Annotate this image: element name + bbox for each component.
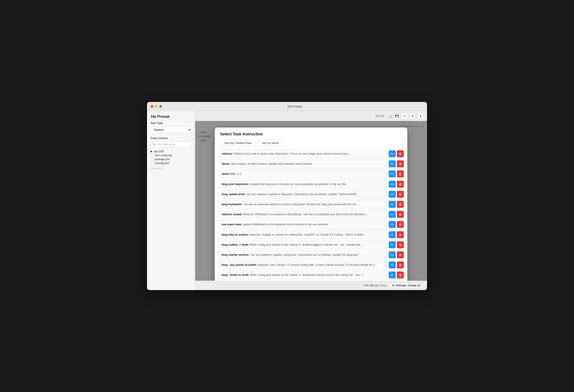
delete-button-4[interactable]: 🗑 [397,191,404,198]
main-content: v0.0.81 🌙 💾 📁 ✕ 💡 2 / 200,000 tokens ⚙ .… [195,111,427,290]
task-item-0: refactor: Refactor the code to avoid cod… [218,149,404,158]
delete-button-3[interactable]: 🗑 [397,181,404,188]
task-text-blogidea[interactable]: blog idea to outline: keyword: chatgpt v… [218,230,387,239]
task-text-blogrewrite[interactable]: blog rewrite section: You are tasked to … [218,250,387,259]
bottom-bar: Task difficulty: Easy ⚙ Anthropic: Claud… [195,281,427,290]
delete-button-0[interactable]: 🗑 [397,150,404,157]
task-instruction-modal: Select Task Instruction Sory by Created … [215,127,407,281]
task-item-11: blog - key points to bullet: keyword: ne… [218,261,404,269]
file-item[interactable]: 📄 tsconfig.json [150,161,191,165]
model-button[interactable]: ⚙ Anthropic: Claude 3.5 [389,283,424,288]
titlebar: 16x Prompt [147,102,427,111]
modal-overlay: Select Task Instruction Sory by Created … [195,121,427,281]
edit-button-4[interactable]: ✏ [389,191,396,198]
close-icon-button[interactable]: ✕ [410,113,416,119]
task-actions-4: ✏ 🗑 [389,191,404,198]
sort-by-created-button[interactable]: Sory by Created Date [220,140,256,146]
task-text-humanize[interactable]: blog humanize: You are an assistant task… [218,200,387,209]
window-title: 16x Prompt [165,105,424,108]
edit-button-5[interactable]: ✏ [389,201,396,208]
editor-area: 2 / 200,000 tokens ⚙ ...tend. as follows… [195,121,427,281]
folder-button[interactable]: 📁 [402,113,408,119]
task-text-blogoutline[interactable]: blog outline -> draft: Write a blog post… [218,240,387,249]
task-item-2: demo 1+1: 1+1 ✏ 🗑 [218,169,404,178]
filter-input-wrapper: 🔍 Filter files by na... [150,142,191,147]
task-text-blogupdate[interactable]: blog update post: You are tasked to upda… [218,190,387,199]
task-text-bullettodraft[interactable]: blog - bullet to draft: Write a blog pos… [218,270,387,279]
task-text-vueevent[interactable]: vue event new: update EditModal to bind … [218,220,387,229]
task-actions-8: ✏ 🗑 [389,231,404,238]
edit-button-1[interactable]: ✏ [389,160,396,167]
task-text-demo1[interactable]: demo 1+1: 1+1 [218,169,387,178]
task-text-refactor[interactable]: refactor: Refactor the code to avoid cod… [218,149,387,158]
filter-placeholder: Filter files by na... [157,143,177,146]
folder-item[interactable]: ▶ app (0/5) [150,149,191,153]
edit-button-10[interactable]: ✏ [389,251,396,258]
task-list: refactor: Refactor the code to avoid cod… [215,149,407,281]
task-type-label: Task Type [150,122,191,125]
edit-button-2[interactable]: ✏ [389,170,396,177]
task-actions-9: ✏ 🗑 [389,241,404,248]
task-text-keywords[interactable]: blog post keywords: Update the blog post… [218,180,387,188]
file-item[interactable]: 📄 package.json [150,157,191,161]
app-window: 16x Prompt 16x Prompt Task Type Feature … [147,102,427,290]
difficulty-value: Easy [380,284,387,287]
edit-button-7[interactable]: ✏ [389,221,396,228]
edit-button-12[interactable]: ✏ [389,271,396,278]
delete-button-11[interactable]: 🗑 [397,261,404,268]
delete-button-9[interactable]: 🗑 [397,241,404,248]
delete-button-12[interactable]: 🗑 [397,271,404,278]
task-actions-0: ✏ 🗑 [389,150,404,157]
save-button[interactable]: 💾 [394,113,400,119]
task-actions-2: ✏ 🗑 [389,170,404,177]
task-text-demo[interactable]: demo: add created_at field to todos, upd… [218,160,387,168]
edit-button-0[interactable]: ✏ [389,150,396,157]
close-button[interactable] [150,105,153,108]
edit-button-6[interactable]: ✏ [389,211,396,218]
delete-button-10[interactable]: 🗑 [397,251,404,258]
edit-button-8[interactable]: ✏ [389,231,396,238]
search-icon: 🔍 [152,143,156,146]
delete-button-7[interactable]: 🗑 [397,221,404,228]
task-item-12: blog - bullet to draft: Write a blog pos… [218,270,404,279]
file-icon: 📄 [150,158,154,161]
file-tree: ▶ app (0/5) 📄 next.config.mjs 📄 package.… [150,149,191,165]
file-icon: 📄 [150,154,154,157]
task-text-keypoints[interactable]: blog - key points to bullet: keyword: ne… [218,261,387,269]
task-item-10: blog rewrite section: You are tasked to … [218,250,404,259]
folder-label: app (0/5) [154,150,164,153]
lightbulb-button[interactable]: 💡 [417,113,424,119]
task-text-refactormodal[interactable]: refactor modal: Refactor APIModal to be … [218,210,387,219]
delete-button-2[interactable]: 🗑 [397,170,404,177]
task-item-3: blog post keywords: Update the blog post… [218,180,404,188]
task-actions-3: ✏ 🗑 [389,181,404,188]
delete-button-8[interactable]: 🗑 [397,231,404,238]
minimize-button[interactable] [155,105,158,108]
task-actions-11: ✏ 🗑 [389,261,404,268]
task-actions-1: ✏ 🗑 [389,160,404,167]
model-label: Anthropic: Claude 3.5 [395,284,421,287]
task-item-5: blog humanize: You are an assistant task… [218,200,404,209]
task-item-6: refactor modal: Refactor APIModal to be … [218,210,404,219]
chevron-right-icon: ▶ [150,150,152,153]
task-item-7: vue event new: update EditModal to bind … [218,220,404,229]
maximize-button[interactable] [159,105,162,108]
modal-title: Select Task Instruction [220,132,402,137]
task-item-9: blog outline -> draft: Write a blog post… [218,240,404,249]
task-actions-12: ✏ 🗑 [389,271,404,278]
file-label: package.json [155,158,170,161]
sort-by-name-button[interactable]: Sort by Name [257,140,283,146]
code-context-label: Code Context [150,137,191,140]
moon-icon: 🌙 [388,114,392,118]
task-actions-6: ✏ 🗑 [389,211,404,218]
delete-button-6[interactable]: 🗑 [397,211,404,218]
edit-button-3[interactable]: ✏ [389,181,396,188]
modal-header: Select Task Instruction Sory by Created … [215,127,407,149]
delete-button-5[interactable]: 🗑 [397,201,404,208]
edit-button-11[interactable]: ✏ [389,261,396,268]
task-type-select[interactable]: Feature [150,126,191,133]
task-item-4: blog update post: You are tasked to upda… [218,190,404,199]
delete-button-1[interactable]: 🗑 [397,160,404,167]
file-item[interactable]: 📄 next.config.mjs [150,153,191,157]
edit-button-9[interactable]: ✏ [389,241,396,248]
